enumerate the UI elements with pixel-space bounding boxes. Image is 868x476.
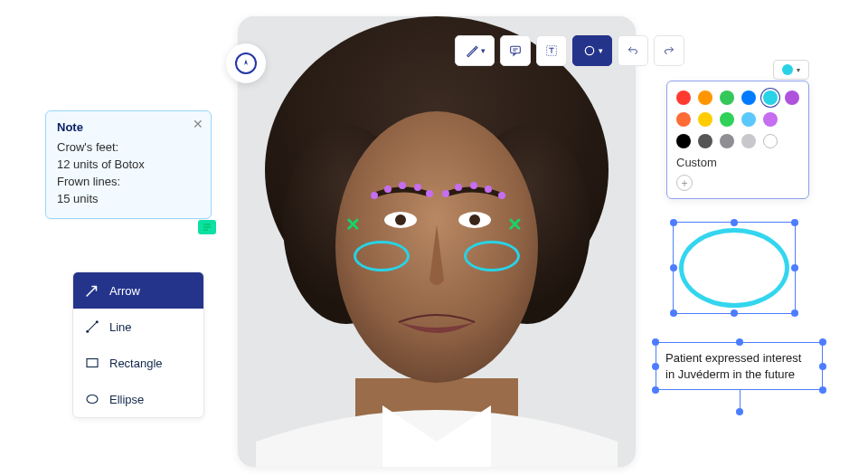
undo-button[interactable] (618, 35, 648, 66)
cheek-ellipse-annotation (464, 241, 520, 271)
chevron-down-icon: ▾ (797, 66, 800, 74)
shape-item-ellipse[interactable]: Ellipse (73, 381, 203, 417)
pen-tool-button[interactable]: ▾ (455, 35, 495, 66)
color-swatch[interactable] (720, 134, 734, 148)
color-swatch[interactable] (763, 134, 778, 148)
shape-item-rectangle[interactable]: Rectangle (73, 345, 203, 381)
add-color-button[interactable]: ＋ (676, 175, 693, 191)
color-swatch[interactable] (676, 90, 691, 105)
color-swatch[interactable] (785, 90, 799, 105)
color-swatch[interactable] (698, 112, 712, 127)
note-card[interactable]: Note ✕ Crow's feet: 12 units of Botox Fr… (45, 110, 212, 219)
color-swatch[interactable] (698, 90, 712, 105)
swatch-row (676, 90, 799, 105)
chevron-down-icon: ▾ (599, 46, 603, 55)
note-body: Crow's feet: 12 units of Botox Frown lin… (57, 139, 200, 207)
svg-line-2 (89, 323, 96, 330)
shape-item-line[interactable]: Line (73, 309, 203, 345)
rotate-handle-stem (740, 390, 741, 412)
svg-rect-15 (511, 46, 521, 52)
selected-color-swatch (782, 64, 793, 75)
patient-photo (238, 16, 636, 467)
color-swatch[interactable] (676, 112, 691, 127)
color-swatch[interactable] (720, 112, 734, 127)
resize-handle[interactable] (819, 363, 826, 370)
custom-label: Custom (676, 156, 799, 169)
x-mark-annotation: ✕ (507, 214, 523, 235)
text-annotation-content[interactable]: Patient expressed interest in Juvéderm i… (656, 342, 823, 390)
arrow-icon (84, 282, 100, 299)
ellipse-stroke (679, 228, 789, 308)
color-swatch[interactable] (676, 134, 691, 148)
color-picker-popover[interactable]: Custom ＋ (666, 81, 809, 199)
note-title: Note (57, 120, 200, 134)
resize-handle[interactable] (652, 386, 659, 394)
svg-point-17 (585, 46, 593, 54)
shape-label: Ellipse (109, 393, 144, 406)
rectangle-icon (84, 355, 100, 371)
ellipse-icon (84, 391, 100, 407)
selected-text-annotation[interactable]: Patient expressed interest in Juvéderm i… (656, 342, 823, 390)
svg-rect-3 (87, 359, 98, 367)
svg-point-1 (96, 320, 99, 323)
resize-handle[interactable] (736, 338, 743, 346)
annotation-toolbar: ▾ ▾ (455, 33, 684, 69)
resize-handle[interactable] (731, 219, 738, 226)
note-tag-icon[interactable] (198, 220, 216, 234)
resize-handle[interactable] (819, 386, 826, 394)
compass-icon (235, 52, 257, 74)
shape-label: Line (109, 320, 132, 334)
cheek-ellipse-annotation (354, 241, 410, 271)
resize-handle[interactable] (791, 309, 798, 317)
shape-tool-button[interactable]: ▾ (572, 35, 612, 66)
resize-handle[interactable] (791, 264, 798, 271)
shape-label: Arrow (109, 284, 140, 298)
x-mark-annotation: ✕ (345, 214, 361, 235)
text-tool-button[interactable] (536, 35, 567, 66)
color-swatch[interactable] (741, 112, 756, 127)
resize-handle[interactable] (670, 264, 677, 271)
color-swatch[interactable] (763, 112, 778, 127)
swatch-row (676, 112, 799, 127)
color-swatch[interactable] (741, 134, 756, 148)
app-logo-badge (226, 43, 266, 83)
close-icon[interactable]: ✕ (193, 117, 203, 131)
resize-handle[interactable] (652, 363, 659, 370)
shape-label: Rectangle (109, 357, 163, 370)
image-canvas[interactable]: ✕ ✕ (238, 16, 636, 467)
shape-menu[interactable]: Arrow Line Rectangle Ellipse (72, 271, 204, 418)
resize-handle[interactable] (819, 338, 826, 346)
chevron-down-icon: ▾ (481, 46, 486, 55)
resize-handle[interactable] (670, 219, 677, 226)
line-icon (84, 319, 100, 335)
svg-point-0 (86, 330, 89, 333)
redo-button[interactable] (654, 35, 684, 66)
resize-handle[interactable] (731, 309, 738, 317)
svg-point-4 (87, 395, 98, 404)
comment-tool-button[interactable] (500, 35, 531, 66)
swatch-row (676, 134, 799, 148)
color-swatch[interactable] (698, 134, 712, 148)
resize-handle[interactable] (652, 338, 659, 346)
svg-point-12 (395, 214, 406, 225)
selected-ellipse-shape[interactable] (673, 222, 796, 314)
color-swatch[interactable] (763, 90, 778, 105)
shape-item-arrow[interactable]: Arrow (73, 272, 203, 309)
resize-handle[interactable] (670, 309, 677, 317)
color-dropdown-button[interactable]: ▾ (773, 60, 809, 80)
color-swatch[interactable] (720, 90, 734, 105)
color-swatch[interactable] (741, 90, 756, 105)
resize-handle[interactable] (791, 219, 798, 226)
svg-point-14 (469, 214, 480, 225)
